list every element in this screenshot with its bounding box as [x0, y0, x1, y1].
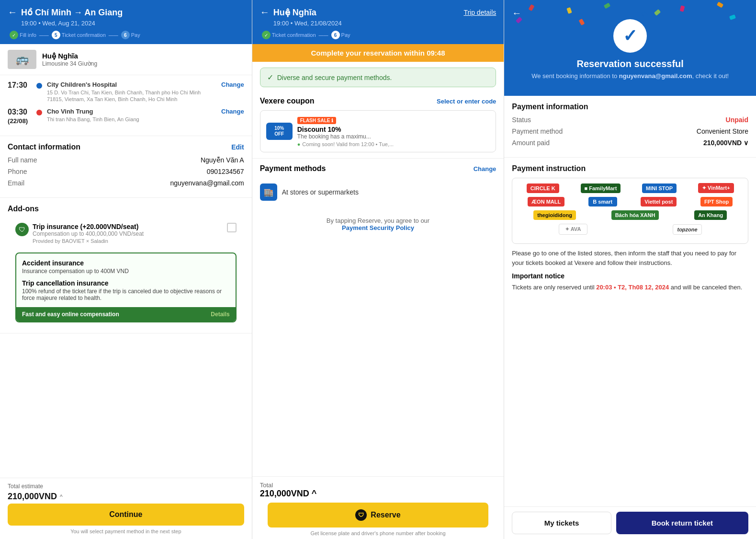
- coupon-desc: The booking has a maximu...: [297, 133, 394, 140]
- shield-icon: 🛡: [15, 223, 29, 236]
- circlek-logo: CIRCLE K: [527, 183, 559, 193]
- pm-change-btn[interactable]: Change: [474, 165, 496, 172]
- p2-amount-value: 210,000VND: [260, 489, 309, 498]
- panel2-back-icon[interactable]: ←: [260, 7, 270, 18]
- panel2-header: ← Huệ Nghĩa Trip details 19:00 • Wed, 21…: [252, 0, 504, 44]
- phone-label: Phone: [8, 168, 27, 175]
- amount-chevron: ^: [60, 493, 63, 500]
- insurance-providers: Provided by BAOVIET × Saladin: [33, 238, 223, 244]
- panel2-body: ✓ Diverse and secure payment methods. Ve…: [252, 62, 504, 476]
- bxanh-logo: Bách hóa XANH: [611, 210, 659, 220]
- store-row-4: ✦ AVA topzone: [517, 224, 743, 235]
- contact-fullname-row: Full name Nguyễn Văn A: [8, 156, 244, 164]
- amount-paid-row: Amount paid 210,000VND ∨: [512, 139, 748, 147]
- coupon-badge: 10% OFF: [266, 123, 293, 140]
- step-fill-label: Fill info: [20, 32, 36, 38]
- return-ticket-button[interactable]: Book return ticket: [616, 512, 748, 534]
- step-divider2: ——: [109, 33, 118, 38]
- departure-time: 17:30: [8, 81, 32, 90]
- edit-button[interactable]: Edit: [231, 143, 244, 151]
- store-logos-grid: CIRCLE K ■ FamilyMart MINI STOP ✦ VinMar…: [512, 178, 748, 244]
- continue-button[interactable]: Continue: [8, 504, 244, 526]
- arrival-address: Thi tran Nha Bang, Tinh Bien, An Giang: [47, 116, 216, 123]
- insurance-name: Trip insurance (+20.000VND/seat): [33, 223, 138, 230]
- email-label: Email: [8, 179, 24, 187]
- amount-row: 210,000VND ^: [8, 492, 244, 502]
- amount-paid-label: Amount paid: [512, 139, 550, 147]
- panel2-title: Huệ Nghĩa: [273, 7, 316, 18]
- coupon-card[interactable]: 10% OFF FLASH SALE ℹ Discount 10% The bo…: [260, 110, 496, 152]
- cancellation-desc: 100% refund of the ticket fare if the tr…: [22, 288, 230, 301]
- reserve-button[interactable]: 🛡 Reserve: [268, 503, 489, 528]
- departure-info: City Children's Hospital 15 D. Vo Tran C…: [47, 81, 216, 103]
- contact-email-row: Email nguyenvana@gmail.com: [8, 179, 244, 187]
- insurance-checkbox[interactable]: [227, 223, 237, 232]
- departure-change-btn[interactable]: Change: [221, 81, 244, 88]
- secure-banner: ✓ Diverse and secure payment methods.: [260, 68, 496, 87]
- panel2-bottom: Total 210,000VND ^ 🛡 Reserve Get license…: [252, 476, 504, 539]
- reserve-label: Reserve: [371, 511, 400, 519]
- success-check-circle: ✓: [613, 19, 647, 53]
- panel1-bottom: Total estimate 210,000VND ^ Continue You…: [0, 478, 252, 539]
- insurance-footer: Fast and easy online compensation Detail…: [16, 307, 236, 321]
- status-value: Unpaid: [726, 116, 748, 124]
- addons-title: Add-ons: [8, 205, 39, 213]
- contact-phone-row: Phone 0901234567: [8, 168, 244, 175]
- step-ticket-confirm: 5 Ticket confirmation: [52, 31, 106, 39]
- viettelpost-logo: Viettel post: [641, 197, 677, 206]
- departure-address: 15 D. Vo Tran Chi, Tan Kien, Binh Chanh,…: [47, 89, 216, 103]
- important-notice-title: Important notice: [512, 272, 748, 280]
- accident-title: Accident insurance: [22, 259, 230, 267]
- total-amount: 210,000VND: [8, 492, 57, 502]
- addons-header: Add-ons: [8, 205, 244, 213]
- tgdd-logo: thegioididong: [533, 210, 576, 220]
- pm-title: Payment methods: [260, 164, 326, 173]
- step-check-icon: ✓: [10, 31, 18, 39]
- coupon-off: OFF: [270, 131, 289, 137]
- my-tickets-button[interactable]: My tickets: [512, 512, 611, 534]
- back-arrow-icon[interactable]: ←: [8, 7, 17, 18]
- policy-text: By tapping Reserve, you agree to our Pay…: [252, 211, 504, 237]
- payment-method-label: Payment method: [512, 127, 563, 135]
- insurance-details-btn[interactable]: Details: [211, 311, 229, 318]
- ankhang-logo: An Khang: [694, 210, 727, 220]
- arrival-change-btn[interactable]: Change: [221, 108, 244, 115]
- secure-text: Diverse and secure payment methods.: [277, 74, 392, 81]
- vinmart-logo: ✦ VinMart+: [698, 183, 734, 193]
- total-label: Total estimate: [8, 483, 43, 490]
- instruction-text: Please go to one of the listed stores, t…: [512, 249, 748, 267]
- step-fill-info: ✓ Fill info: [10, 31, 36, 39]
- valid-dot-icon: ●: [297, 141, 301, 147]
- coupon-select-btn[interactable]: Select or enter code: [437, 98, 496, 105]
- pm-header: Payment methods Change: [260, 164, 496, 173]
- accident-desc: Insurance compensation up to 400M VND: [22, 268, 230, 275]
- amount-paid-value: 210,000VND ∨: [703, 139, 748, 147]
- coupon-discount: Discount 10%: [297, 126, 394, 133]
- route-row-departure: 17:30 City Children's Hospital 15 D. Vo …: [8, 81, 244, 103]
- step-pay: 6 Pay: [121, 31, 140, 39]
- coupon-valid: ● Coming soon! Valid from 12:00 • Tue,..…: [297, 141, 394, 147]
- total-row: Total estimate: [8, 483, 244, 490]
- panel1-body: 🚌 Huệ Nghĩa Limousine 34 Giường 17:30 Ci…: [0, 44, 252, 478]
- arrival-info: Cho Vinh Trung Thi tran Nha Bang, Tinh B…: [47, 108, 216, 123]
- route-section: 17:30 City Children's Hospital 15 D. Vo …: [0, 75, 252, 136]
- trip-details-link[interactable]: Trip details: [463, 9, 496, 16]
- bus-type: Limousine 34 Giường: [42, 60, 97, 67]
- policy-prefix: By tapping Reserve, you agree to our: [327, 217, 429, 224]
- flash-sale-label: FLASH SALE: [300, 118, 330, 123]
- payment-info-section: Payment information Status Unpaid Paymen…: [504, 96, 756, 158]
- policy-link[interactable]: Payment Security Policy: [342, 224, 414, 231]
- success-back-icon[interactable]: ←: [512, 8, 521, 19]
- reserve-shield-icon: 🛡: [355, 509, 367, 521]
- payment-info-title: Payment information: [512, 103, 748, 111]
- bus-card: 🚌 Huệ Nghĩa Limousine 34 Giường: [0, 44, 252, 75]
- p2-step-check: ✓: [262, 31, 271, 39]
- flash-sale-tag: FLASH SALE ℹ: [297, 117, 337, 124]
- instruction-title: Payment instruction: [512, 164, 748, 173]
- bsmart-logo: B smart: [588, 197, 617, 206]
- fullname-value: Nguyễn Văn A: [201, 156, 244, 164]
- pm-store-icon: 🏬: [260, 183, 277, 201]
- coupon-percent: 10%: [270, 126, 289, 131]
- panel1-title: Hồ Chí Minh → An Giang: [21, 7, 123, 18]
- p2-total-amount: 210,000VND ^: [260, 489, 496, 499]
